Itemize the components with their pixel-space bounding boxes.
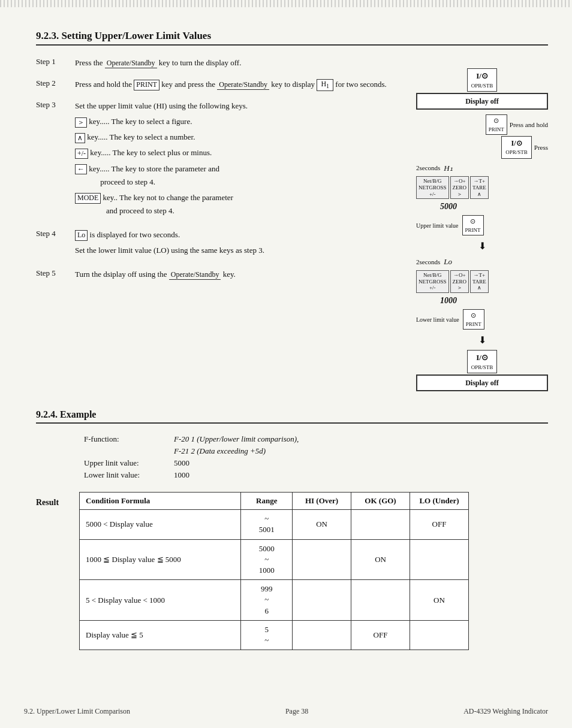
io-button-top: I/⊙ OPR/STB <box>416 68 548 92</box>
step-4-text: Lo is displayed for two seconds. <box>75 228 410 241</box>
step-5-label: Step 5 <box>36 268 75 281</box>
step-3-key-1: ＞ key..... The key to select a figure. <box>75 115 410 128</box>
upper-limit-label: Upper limit value <box>416 221 459 230</box>
lower-limit-label: Lower limit value <box>416 315 459 324</box>
f-function-label: F-function: <box>84 434 168 444</box>
lo-2 <box>410 539 469 580</box>
f-function-row-1: F-function: F-20 1 (Upper/lower limit co… <box>84 434 548 444</box>
footer-center: Page 38 <box>285 707 308 716</box>
lo-box: Lo <box>75 230 88 241</box>
press-label: Press <box>534 143 548 153</box>
step-3: Step 3 Set the upper limit value (HI) us… <box>36 99 410 220</box>
table-row: 5 < Display value < 1000 999 ~ 6 ON <box>80 580 469 621</box>
step-1-label: Step 1 <box>36 56 75 70</box>
val-5000: 5000 <box>440 200 457 213</box>
step-3-key-4: ← key..... The key to store the paramete… <box>75 162 410 189</box>
step-4: Step 4 Lo is displayed for two seconds. … <box>36 228 410 259</box>
result-table: Condition Formula Range HI (Over) OK (GO… <box>79 492 469 650</box>
step-3-label: Step 3 <box>36 99 75 220</box>
table-row: 5000 < Display value ~ 5001 ON OFF <box>80 510 469 539</box>
hi-2 <box>293 539 351 580</box>
table-header-row: Condition Formula Range HI (Over) OK (GO… <box>80 493 469 510</box>
ok-2: ON <box>351 539 410 580</box>
press-hold-row: ⊙ PRINT Press and hold <box>416 114 548 135</box>
f-function-row-2: F-21 2 (Data exceeding +5d) <box>84 446 548 456</box>
press-row: I/⊙ OPR/STB Press <box>416 136 548 159</box>
val-1000: 1000 <box>440 294 457 307</box>
lo-val: Lo <box>444 256 452 268</box>
press-hold-label: Press and hold <box>510 120 548 130</box>
io-button-bottom: I/⊙ OPR/STB <box>416 350 548 373</box>
step-2-content: Press and hold the PRINT key and press t… <box>75 78 410 91</box>
lower-print-row: Lower limit value ⊙PRINT <box>416 309 548 330</box>
upper-limit-row: 5000 <box>440 200 548 213</box>
two-seconds-1: 2seconds <box>416 163 440 173</box>
range-1: ~ 5001 <box>241 510 293 539</box>
footer: 9.2. Upper/Lower Limit Comparison Page 3… <box>0 707 572 716</box>
footer-right: AD-4329 Weighing Indicator <box>463 707 548 716</box>
range-2: 5000 ~ 1000 <box>241 539 293 580</box>
step-3-key-2: ∧ key..... The key to select a number. <box>75 131 410 144</box>
top-border <box>0 0 572 7</box>
col-header-hi: HI (Over) <box>293 493 351 510</box>
cond-2: 1000 ≦ Display value ≦ 5000 <box>80 539 241 580</box>
result-container: Result Condition Formula Range HI (Over)… <box>36 492 548 650</box>
upper-label: Upper linit value: <box>84 458 168 468</box>
lo-1: OFF <box>410 510 469 539</box>
step-3-intro: Set the upper limit value (HI) using the… <box>75 99 410 113</box>
lo-3: ON <box>410 580 469 621</box>
lo-row: 2seconds Lo <box>416 256 548 268</box>
lower-val: 1000 <box>174 470 189 480</box>
ok-3 <box>351 580 410 621</box>
lower-label: Lower linit value: <box>84 470 168 480</box>
lo-4 <box>410 620 469 650</box>
opr-stb-label-2: OPR/STB <box>471 364 493 372</box>
right-diagram: I/⊙ OPR/STB Display off ⊙ PRINT Press an… <box>416 62 548 391</box>
print-label-2: PRINT <box>465 226 481 235</box>
step-3-mode: MODE key.. The key not to change the par… <box>75 191 410 218</box>
hi-3 <box>293 580 351 621</box>
step-2: Step 2 Press and hold the PRINT key and … <box>36 78 410 91</box>
h1-display: H1 <box>317 79 333 90</box>
table-row: 1000 ≦ Display value ≦ 5000 5000 ~ 1000 … <box>80 539 469 580</box>
ok-1 <box>351 510 410 539</box>
step-4-sub: Set the lower limit value (LO) using the… <box>75 244 410 257</box>
step-4-label: Step 4 <box>36 228 75 259</box>
main-layout: Step 1 Press the Operate/Standby key to … <box>36 56 548 391</box>
operate-standby-key-1: Operate/Standby <box>105 59 157 69</box>
f-function-val-1: F-20 1 (Upper/lower limit comparison), <box>174 434 299 444</box>
hi-4 <box>293 620 351 650</box>
section-heading-923: 9.2.3. Setting Upper/Lower Limit Values <box>36 30 548 46</box>
step-3-content: Set the upper limit value (HI) using the… <box>75 99 410 220</box>
lower-limit-row: 1000 <box>440 294 548 307</box>
footer-left: 9.2. Upper/Lower Limit Comparison <box>24 707 130 716</box>
step-2-label: Step 2 <box>36 78 75 91</box>
hi-1: ON <box>293 510 351 539</box>
cond-3: 5 < Display value < 1000 <box>80 580 241 621</box>
display-off-top: Display off <box>416 93 548 110</box>
opr-stb-label-1: OPR/STB <box>471 82 493 90</box>
key-grid-1: Net/B/GNETGROSS+/- →O+ZERO＞ →T+TARE∧ <box>416 176 548 199</box>
two-seconds-2: 2seconds <box>416 257 440 267</box>
ok-4: OFF <box>351 620 410 650</box>
section-924: 9.2.4. Example F-function: F-20 1 (Upper… <box>36 409 548 480</box>
step-1: Step 1 Press the Operate/Standby key to … <box>36 56 410 70</box>
lower-limit-row: Lower linit value: 1000 <box>84 470 548 480</box>
range-3: 999 ~ 6 <box>241 580 293 621</box>
f-function-val-2: F-21 2 (Data exceeding +5d) <box>174 446 266 456</box>
range-4: 5 ~ <box>241 620 293 650</box>
step-4-content: Lo is displayed for two seconds. Set the… <box>75 228 410 259</box>
cond-1: 5000 < Display value <box>80 510 241 539</box>
key-grid-2: Net/B/GNETGROSS+/- →O+ZERO＞ →T+TARE∧ <box>416 270 548 293</box>
upper-val: 5000 <box>174 458 189 468</box>
upper-print-row: Upper limit value ⊙PRINT <box>416 215 548 235</box>
section-heading-924: 9.2.4. Example <box>36 409 548 424</box>
cond-4: Display value ≦ 5 <box>80 620 241 650</box>
steps-left: Step 1 Press the Operate/Standby key to … <box>36 56 410 391</box>
down-arrow-2: ⬇ <box>416 333 548 348</box>
key-enter: ← <box>75 164 87 175</box>
h1-val: H₁ <box>444 162 452 174</box>
step-3-key-3: +/- key..... The key to select plus or m… <box>75 146 410 159</box>
print-label: PRINT <box>489 126 504 134</box>
operate-standby-key-2: Operate/Standby <box>217 80 269 90</box>
